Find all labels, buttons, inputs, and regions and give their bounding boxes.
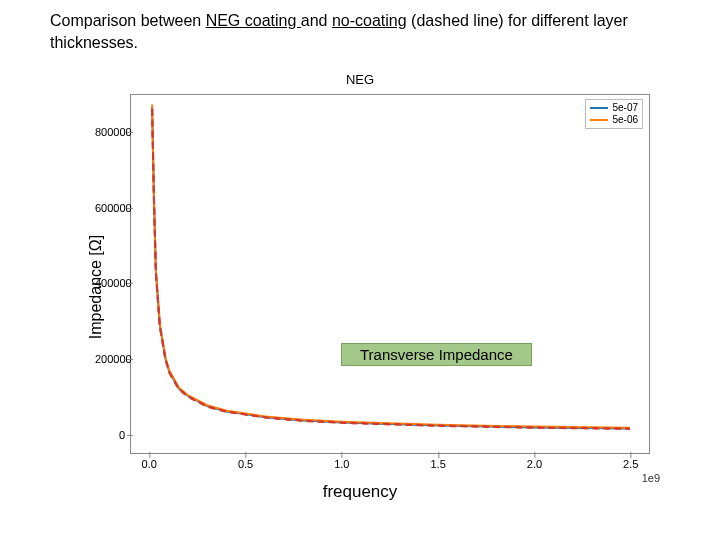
plot-title: NEG xyxy=(50,72,670,87)
y-tick-label: 800000 xyxy=(95,126,125,138)
legend-swatch xyxy=(590,119,608,121)
y-tick-label: 400000 xyxy=(95,277,125,289)
x-axis-scale: 1e9 xyxy=(642,472,660,484)
caption-part-mid: and xyxy=(301,12,332,29)
plot-curves xyxy=(131,95,649,453)
caption-underline-nocoating: no-coating xyxy=(332,12,407,29)
y-tick-label: 200000 xyxy=(95,353,125,365)
legend-label: 5e-06 xyxy=(612,114,638,126)
caption-part-pre: Comparison between xyxy=(50,12,206,29)
plot-axes: 5e-07 5e-06 Transverse Impedance xyxy=(130,94,650,454)
slide: Comparison between NEG coating and no-co… xyxy=(0,0,720,540)
x-tick-label: 1.5 xyxy=(430,458,445,470)
plot-container: NEG Impedance [Ω] frequency 1e9 5e-07 5e… xyxy=(50,72,670,502)
x-tick-label: 1.0 xyxy=(334,458,349,470)
x-tick-label: 0.5 xyxy=(238,458,253,470)
x-tick-label: 0.0 xyxy=(142,458,157,470)
x-axis-label: frequency xyxy=(50,482,670,502)
caption-underline-neg: NEG coating xyxy=(206,12,301,29)
plot-legend: 5e-07 5e-06 xyxy=(585,99,643,129)
legend-swatch xyxy=(590,107,608,109)
x-tick-label: 2.5 xyxy=(623,458,638,470)
caption-text: Comparison between NEG coating and no-co… xyxy=(50,10,670,53)
legend-item: 5e-06 xyxy=(590,114,638,126)
y-tick-label: 0 xyxy=(95,429,125,441)
legend-item: 5e-07 xyxy=(590,102,638,114)
annotation-label: Transverse Impedance xyxy=(341,343,532,366)
legend-label: 5e-07 xyxy=(612,102,638,114)
x-tick-label: 2.0 xyxy=(527,458,542,470)
y-tick-label: 600000 xyxy=(95,202,125,214)
